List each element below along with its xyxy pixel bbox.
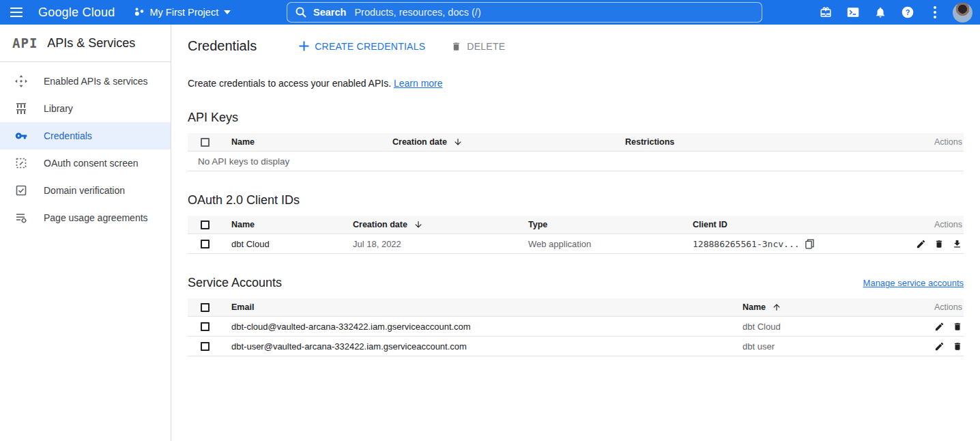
create-credentials-button[interactable]: CREATE CREDENTIALS bbox=[299, 41, 425, 52]
column-header-name[interactable]: Name bbox=[743, 302, 916, 312]
column-header-client-id[interactable]: Client ID bbox=[693, 220, 901, 229]
table-row: dbt Cloud Jul 18, 2022 Web application 1… bbox=[188, 234, 964, 254]
service-account-name: dbt user bbox=[743, 341, 916, 352]
trash-icon bbox=[451, 41, 461, 52]
oauth-client-name: dbt Cloud bbox=[231, 239, 353, 249]
project-name: My First Project bbox=[149, 7, 218, 18]
intro-text: Create credentials to access your enable… bbox=[188, 78, 964, 89]
gift-icon[interactable] bbox=[812, 0, 839, 25]
edit-icon[interactable] bbox=[934, 341, 945, 352]
column-header-actions: Actions bbox=[901, 220, 964, 229]
oauth-table: Name Creation date Type Client ID Action… bbox=[188, 216, 964, 254]
search-label: Search bbox=[313, 7, 346, 18]
select-all-checkbox[interactable] bbox=[201, 303, 210, 312]
sidebar-item-label: Library bbox=[44, 103, 73, 114]
top-bar: Google Cloud My First Project Search Pro… bbox=[0, 0, 980, 25]
service-accounts-heading: Service Accounts bbox=[188, 276, 282, 290]
sidebar-item-label: Enabled APIs & services bbox=[44, 76, 148, 87]
service-accounts-table: Email Name Actions dbt-cloud@vaulted-arc… bbox=[188, 298, 964, 356]
oauth-client-type: Web application bbox=[528, 239, 693, 249]
column-header-name[interactable]: Name bbox=[231, 137, 392, 147]
service-account-name: dbt Cloud bbox=[743, 322, 916, 332]
select-all-checkbox[interactable] bbox=[201, 220, 210, 229]
oauth-consent-icon bbox=[15, 157, 27, 169]
column-header-creation-date[interactable]: Creation date bbox=[392, 137, 625, 147]
column-header-email[interactable]: Email bbox=[231, 302, 743, 312]
select-all-checkbox[interactable] bbox=[201, 138, 210, 147]
table-row: dbt-cloud@vaulted-arcana-332422.iam.gser… bbox=[188, 317, 964, 337]
page-title: Credentials bbox=[188, 38, 257, 54]
page-usage-agreements-icon bbox=[15, 212, 27, 224]
account-avatar[interactable] bbox=[949, 0, 976, 25]
delete-button[interactable]: DELETE bbox=[451, 41, 505, 52]
delete-icon[interactable] bbox=[953, 322, 962, 332]
column-header-type[interactable]: Type bbox=[528, 220, 693, 229]
manage-service-accounts-link[interactable]: Manage service accounts bbox=[863, 278, 964, 288]
column-header-creation-date[interactable]: Creation date bbox=[353, 220, 528, 229]
notifications-bell-icon[interactable] bbox=[867, 0, 894, 25]
plus-icon bbox=[299, 41, 309, 51]
project-selector[interactable]: My First Project bbox=[134, 6, 231, 19]
sort-desc-icon bbox=[453, 137, 463, 147]
project-icon bbox=[134, 6, 144, 19]
api-keys-heading: API Keys bbox=[188, 111, 238, 125]
avatar bbox=[953, 3, 972, 23]
svg-text:?: ? bbox=[906, 8, 910, 16]
help-icon[interactable]: ? bbox=[894, 0, 921, 25]
delete-icon[interactable] bbox=[953, 341, 962, 352]
table-row: dbt-user@vaulted-arcana-332422.iam.gserv… bbox=[188, 337, 964, 356]
row-checkbox[interactable] bbox=[201, 342, 210, 351]
column-header-restrictions[interactable]: Restrictions bbox=[625, 137, 916, 147]
cloud-shell-icon[interactable] bbox=[839, 0, 867, 25]
oauth-client-creation-date: Jul 18, 2022 bbox=[353, 239, 528, 249]
domain-verification-icon bbox=[15, 184, 27, 197]
sidebar-item-label: Credentials bbox=[44, 130, 92, 141]
api-keys-table: Name Creation date Restrictions Actions … bbox=[188, 133, 964, 171]
api-keys-empty-state: No API keys to display bbox=[188, 152, 964, 171]
api-product-icon: API bbox=[12, 35, 38, 51]
learn-more-link[interactable]: Learn more bbox=[394, 78, 443, 89]
sidebar-item-library[interactable]: Library bbox=[0, 95, 171, 122]
sidebar-item-label: OAuth consent screen bbox=[44, 158, 139, 169]
google-cloud-logo[interactable]: Google Cloud bbox=[38, 5, 115, 20]
sidebar: API APIs & Services Enabled APIs & servi… bbox=[0, 25, 171, 441]
key-icon bbox=[15, 130, 27, 142]
copy-icon[interactable] bbox=[805, 239, 814, 249]
oauth-heading: OAuth 2.0 Client IDs bbox=[188, 193, 300, 208]
enabled-apis-icon bbox=[15, 75, 27, 87]
sidebar-item-label: Domain verification bbox=[44, 185, 125, 196]
delete-icon[interactable] bbox=[934, 239, 944, 249]
edit-icon[interactable] bbox=[934, 322, 945, 332]
search-icon bbox=[296, 7, 306, 18]
row-checkbox[interactable] bbox=[201, 322, 210, 331]
sidebar-item-oauth-consent[interactable]: OAuth consent screen bbox=[0, 150, 171, 177]
search-placeholder: Products, resources, docs (/) bbox=[354, 7, 480, 18]
column-header-name[interactable]: Name bbox=[231, 220, 353, 229]
menu-icon[interactable] bbox=[0, 0, 33, 25]
download-icon[interactable] bbox=[952, 239, 962, 249]
library-icon bbox=[15, 102, 27, 115]
sidebar-item-label: Page usage agreements bbox=[44, 212, 148, 223]
sort-asc-icon bbox=[772, 302, 781, 312]
sidebar-item-credentials[interactable]: Credentials bbox=[0, 122, 171, 150]
column-header-actions: Actions bbox=[916, 137, 964, 147]
sidebar-title: APIs & Services bbox=[47, 36, 135, 51]
sidebar-item-domain-verification[interactable]: Domain verification bbox=[0, 177, 171, 204]
sidebar-item-page-usage-agreements[interactable]: Page usage agreements bbox=[0, 204, 171, 231]
edit-icon[interactable] bbox=[916, 239, 926, 249]
more-vert-icon[interactable] bbox=[921, 0, 949, 25]
service-account-email: dbt-user@vaulted-arcana-332422.iam.gserv… bbox=[231, 341, 743, 352]
service-account-email: dbt-cloud@vaulted-arcana-332422.iam.gser… bbox=[231, 322, 743, 332]
oauth-client-id: 128886265561-3ncv... bbox=[693, 239, 901, 249]
sort-desc-icon bbox=[414, 220, 423, 229]
chevron-down-icon bbox=[224, 10, 231, 14]
search-input[interactable]: Search Products, resources, docs (/) bbox=[287, 2, 762, 23]
main-content: Credentials CREATE CREDENTIALS DELETE Cr… bbox=[171, 25, 980, 441]
sidebar-item-enabled-apis[interactable]: Enabled APIs & services bbox=[0, 68, 171, 95]
column-header-actions: Actions bbox=[916, 302, 964, 312]
row-checkbox[interactable] bbox=[201, 240, 210, 248]
